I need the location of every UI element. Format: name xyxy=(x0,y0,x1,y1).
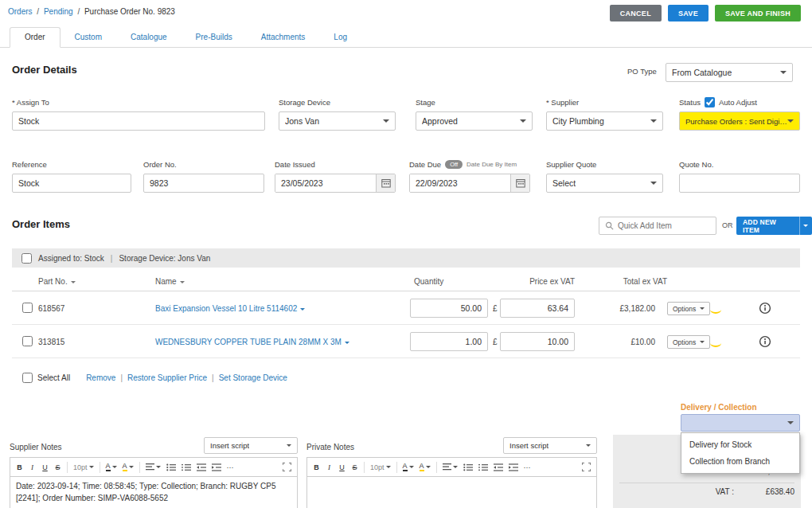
save-button[interactable]: SAVE xyxy=(668,5,709,21)
ordered-list-button[interactable] xyxy=(179,460,193,475)
item-name-link[interactable]: WEDNESBURY COPPER TUBE PLAIN 28MM X 3M xyxy=(155,338,342,346)
fullscreen-icon[interactable] xyxy=(580,460,593,475)
strikethrough-button[interactable]: S xyxy=(349,460,361,475)
quote-no-input[interactable] xyxy=(679,174,800,193)
tab-custom[interactable]: Custom xyxy=(61,28,116,47)
align-dropdown[interactable] xyxy=(440,460,460,475)
indent-button[interactable] xyxy=(209,460,224,475)
bold-button[interactable]: B xyxy=(14,460,25,475)
tab-catalogue[interactable]: Catalogue xyxy=(116,28,182,47)
reference-input[interactable] xyxy=(12,174,131,193)
remove-link[interactable]: Remove xyxy=(86,373,115,382)
unordered-list-button[interactable] xyxy=(164,460,178,475)
options-button[interactable]: Options xyxy=(667,335,710,349)
more-options-button[interactable]: ··· xyxy=(224,460,236,475)
group-divider: | xyxy=(111,254,113,263)
quick-add-item-input[interactable] xyxy=(618,221,710,230)
highlight-color-dropdown[interactable]: A xyxy=(417,460,433,475)
status-select[interactable]: Purchase Orders : Sent Digitally to Supp… xyxy=(679,111,800,131)
tab-log[interactable]: Log xyxy=(319,28,361,47)
font-size-dropdown[interactable]: 10pt xyxy=(71,460,96,475)
option-delivery-for-stock[interactable]: Delivery for Stock xyxy=(681,436,799,453)
storage-device-select[interactable]: Jons Van xyxy=(279,111,396,131)
private-notes-toolbar: B I U S 10pt A A ··· xyxy=(306,457,597,476)
breadcrumb-orders-link[interactable]: Orders xyxy=(8,7,33,16)
date-due-input[interactable] xyxy=(410,174,510,192)
highlight-color-dropdown[interactable]: A xyxy=(120,460,136,475)
breadcrumb-pending-link[interactable]: Pending xyxy=(44,7,73,16)
outdent-button[interactable] xyxy=(491,460,506,475)
add-new-item-dropdown[interactable] xyxy=(799,217,812,235)
info-icon[interactable] xyxy=(759,335,771,350)
tab-attachments[interactable]: Attachments xyxy=(247,28,320,47)
date-issued-field: Date Issued xyxy=(275,159,396,193)
add-new-item-button[interactable]: ADD NEW ITEM xyxy=(736,217,812,235)
column-name[interactable]: Name xyxy=(155,277,185,286)
order-no-input[interactable] xyxy=(143,174,264,193)
font-size-dropdown[interactable]: 10pt xyxy=(368,460,393,475)
date-issued-input[interactable] xyxy=(275,174,376,192)
supplier-select[interactable]: City Plumbing xyxy=(546,111,663,131)
quantity-input[interactable] xyxy=(410,299,488,318)
font-color-dropdown[interactable]: A xyxy=(400,460,416,475)
strikethrough-button[interactable]: S xyxy=(52,460,64,475)
quick-add-item-search[interactable] xyxy=(599,217,716,235)
private-notes-content[interactable] xyxy=(306,476,597,508)
supplier-quote-select[interactable]: Select xyxy=(546,174,663,193)
date-due-toggle[interactable]: Off xyxy=(445,160,463,169)
calendar-icon[interactable] xyxy=(510,174,529,192)
fullscreen-icon[interactable] xyxy=(280,460,294,475)
item-name-link[interactable]: Baxi Expansion Vessel 10 Litre 5114602 xyxy=(155,304,297,313)
unordered-list-button[interactable] xyxy=(461,460,475,475)
align-dropdown[interactable] xyxy=(143,460,163,475)
status-label: Status xyxy=(679,98,701,107)
calendar-icon[interactable] xyxy=(376,174,395,192)
underline-button[interactable]: U xyxy=(39,460,51,475)
cancel-button[interactable]: CANCEL xyxy=(610,5,662,21)
supplier-notes-content[interactable]: Date: 2023-09-14; Time: 08:58:45; Type: … xyxy=(10,476,298,508)
supplier-notes-toolbar: B I U S 10pt A A ··· xyxy=(10,457,298,476)
outdent-button[interactable] xyxy=(194,460,209,475)
stage-select[interactable]: Approved xyxy=(416,111,533,131)
price-input[interactable] xyxy=(500,332,575,351)
select-all-checkbox[interactable] xyxy=(22,373,33,383)
delivery-collection-select[interactable] xyxy=(681,414,800,432)
group-assigned-to: Assigned to: Stock xyxy=(38,254,104,263)
italic-button[interactable]: I xyxy=(26,460,38,475)
option-collection-from-branch[interactable]: Collection from Branch xyxy=(681,453,799,470)
price-input[interactable] xyxy=(500,299,575,318)
po-type-select[interactable]: From Catalogue xyxy=(666,63,793,82)
indent-button[interactable] xyxy=(506,460,521,475)
item-actions-caret-icon[interactable] xyxy=(345,342,349,344)
options-button[interactable]: Options xyxy=(667,302,710,315)
more-options-button[interactable]: ··· xyxy=(521,460,533,475)
info-icon[interactable] xyxy=(759,302,771,316)
italic-button[interactable]: I xyxy=(323,460,335,475)
delivery-collection-dropdown: Delivery for Stock Collection from Branc… xyxy=(681,432,800,474)
column-part-no[interactable]: Part No. xyxy=(38,277,76,286)
row-select-checkbox[interactable] xyxy=(22,336,33,346)
row-select-checkbox[interactable] xyxy=(22,303,33,313)
breadcrumb-separator: / xyxy=(37,7,39,16)
status-field: Status Auto Adjust Purchase Orders : Sen… xyxy=(679,97,800,131)
restore-supplier-price-link[interactable]: Restore Supplier Price xyxy=(127,373,207,382)
supplier-field: * Supplier City Plumbing xyxy=(546,97,663,131)
assign-to-input[interactable] xyxy=(12,111,265,131)
group-select-checkbox[interactable] xyxy=(21,253,32,264)
private-insert-script-select[interactable]: Insert script xyxy=(503,437,597,454)
tab-pre-builds[interactable]: Pre-Builds xyxy=(182,28,247,47)
bold-button[interactable]: B xyxy=(310,460,322,475)
quantity-input[interactable] xyxy=(410,332,488,351)
underline-button[interactable]: U xyxy=(336,460,348,475)
auto-adjust-checkbox[interactable] xyxy=(705,97,715,107)
item-actions-caret-icon[interactable] xyxy=(300,308,305,311)
supplier-insert-script-select[interactable]: Insert script xyxy=(204,437,298,454)
chevron-down-icon xyxy=(780,71,787,74)
font-size-value: 10pt xyxy=(370,463,385,471)
tab-order[interactable]: Order xyxy=(10,27,61,48)
save-and-finish-button[interactable]: SAVE AND FINISH xyxy=(715,5,801,21)
ordered-list-button[interactable] xyxy=(476,460,490,475)
currency-symbol: £ xyxy=(493,304,498,313)
font-color-dropdown[interactable]: A xyxy=(103,460,119,475)
set-storage-device-link[interactable]: Set Storage Device xyxy=(219,373,287,382)
